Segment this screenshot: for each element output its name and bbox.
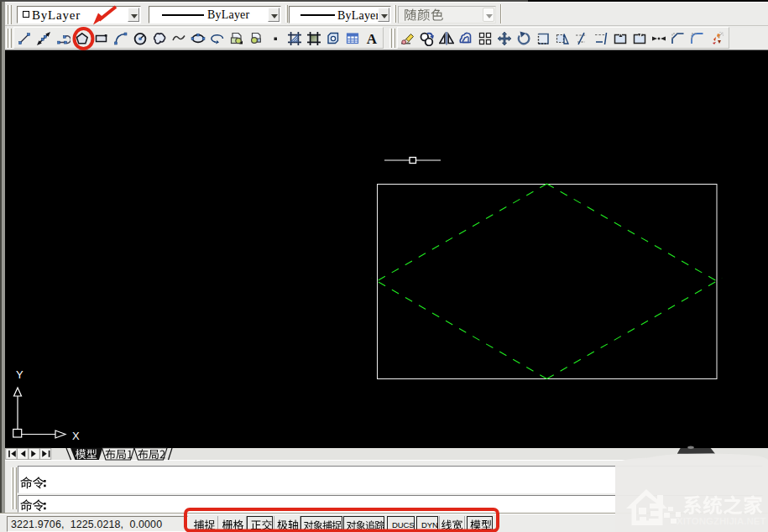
svg-text:Y: Y (16, 368, 24, 381)
svg-text:XITONGZHIJIA.NET: XITONGZHIJIA.NET (677, 516, 766, 526)
svg-text:X: X (72, 430, 80, 442)
